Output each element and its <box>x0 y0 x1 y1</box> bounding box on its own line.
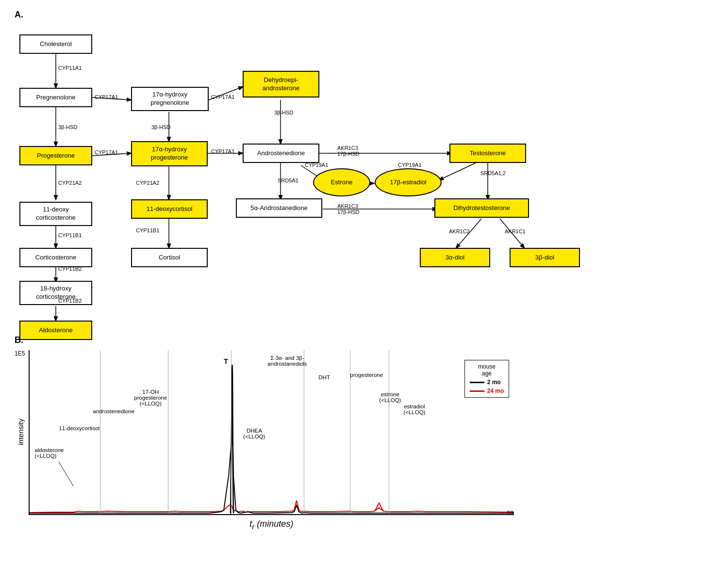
chromatogram-chart: 20 aldosterone(<LLOQ) 11-deoxycortisol <box>29 350 514 515</box>
y-top-label: 1E5 <box>15 350 25 357</box>
vline-6 <box>389 350 389 514</box>
box-17b-estradiol: 17β-estradiol <box>375 168 442 196</box>
svg-line-19 <box>439 163 476 180</box>
enzyme-srd5a12: SRD5A1,2 <box>480 170 506 176</box>
enzyme-3bhsd-3: 3β-HSD <box>274 110 293 115</box>
legend-title: mouse age <box>470 363 504 377</box>
box-17oh-pregnenolone: 17α-hydroxy pregnenolone <box>131 87 209 111</box>
box-5a-androstanedione: 5α-Androstanedione <box>236 198 322 218</box>
box-estrone: Estrone <box>313 168 370 196</box>
legend-item-2mo: 2 mo <box>470 379 504 386</box>
annotation-estrone: estrone(<LLOQ) <box>379 391 401 403</box>
box-pregnenolone: Pregnenolone <box>19 88 92 107</box>
enzyme-akr1c2: AKR1C2 <box>449 228 470 234</box>
enzyme-srd5a1: SRD5A1 <box>278 178 298 183</box>
box-11deoxycorticosterone: 11-deoxy corticosterone <box>19 202 92 226</box>
vline-4 <box>304 350 304 514</box>
legend-item-24mo: 24 mo <box>470 388 504 394</box>
vline-2 <box>168 350 168 514</box>
annotation-17oh-prog: 17-OHprogesterone(<LLOQ) <box>134 389 167 406</box>
y-axis-label: intensity <box>17 359 25 504</box>
annotation-dht: DHT <box>318 374 330 380</box>
enzyme-cyp21a2-2: CYP21A2 <box>136 180 159 186</box>
annotation-progesterone: progesterone <box>350 372 383 378</box>
enzyme-cyp17a1-4: CYP17A1 <box>211 148 234 154</box>
chromatogram-svg: 20 <box>30 350 514 515</box>
enzyme-akr1c3-2: AKR1C3 17β-HSD <box>337 203 359 215</box>
svg-text:20: 20 <box>507 510 514 515</box>
enzyme-cyp11b1-1: CYP11B1 <box>58 232 82 238</box>
box-3b-diol: 3β-diol <box>510 248 580 267</box>
enzyme-cyp17a1-1: CYP17A1 <box>95 94 118 100</box>
enzyme-cyp19a1-2: CYP19A1 <box>398 162 421 168</box>
section-a-label: A. <box>15 10 713 20</box>
section-b: B. 1E5 intensity <box>15 335 713 531</box>
chart-legend: mouse age 2 mo 24 mo <box>464 360 510 398</box>
vline-3 <box>231 350 232 514</box>
pathway-diagram: Cholesterol Pregnenolone Progesterone 11… <box>15 25 713 325</box>
x-axis-label: tr (minutes) <box>29 519 514 531</box>
enzyme-cyp19a1-1: CYP19A1 <box>305 162 328 168</box>
section-b-label: B. <box>15 335 713 345</box>
enzyme-cyp21a2-1: CYP21A2 <box>58 180 82 186</box>
enzyme-cyp17a1-2: CYP17A1 <box>95 149 118 155</box>
annotation-11deoxycortisol: 11-deoxycortisol <box>59 425 99 431</box>
box-corticosterone: Corticosterone <box>19 248 92 267</box>
box-androstenedione: Androstenedione <box>243 144 319 163</box>
enzyme-cyp17a1-3: CYP17A1 <box>211 94 234 100</box>
box-dht: Dihydrotestosterone <box>434 198 529 218</box>
box-dhea: Dehydroepi- androsterone <box>243 71 319 97</box>
box-aldosterone: Aldosterone <box>19 321 92 340</box>
annotation-aldosterone: aldosterone(<LLOQ) <box>34 447 64 459</box>
vline-1 <box>100 350 100 514</box>
svg-line-24 <box>59 462 73 486</box>
annotation-androstanediols: Σ 3α- and 3β-androstanediols <box>267 355 307 367</box>
annotation-estradiol: estradiol(<LLOQ) <box>403 404 425 415</box>
enzyme-akr1c1: AKR1C1 <box>505 228 526 234</box>
enzyme-3bhsd-2: 3β-HSD <box>151 124 170 130</box>
annotation-dhea: DHEA(<LLOQ) <box>243 428 265 439</box>
annotation-T: T <box>224 357 228 365</box>
enzyme-cyp11b2-1: CYP11B2 <box>58 266 82 272</box>
box-progesterone: Progesterone <box>19 146 92 165</box>
enzyme-cyp11b1-2: CYP11B1 <box>136 227 159 233</box>
enzyme-cyp11a1: CYP11A1 <box>58 65 82 71</box>
box-cortisol: Cortisol <box>131 248 208 267</box>
box-17oh-progesterone: 17α-hydroxy progesterone <box>131 141 208 166</box>
box-cholesterol: Cholesterol <box>19 34 92 54</box>
enzyme-cyp11b2-2: CYP11B2 <box>58 298 82 304</box>
annotation-androstenedione: androstenedione <box>93 408 134 414</box>
enzyme-akr1c3-1: AKR1C3 17β-HSD <box>337 145 359 157</box>
box-11deoxycortisol: 11-deoxycortisol <box>131 199 208 219</box>
enzyme-3bhsd-1: 3β-HSD <box>58 124 77 130</box>
box-testosterone: Testosterone <box>449 144 526 163</box>
box-3a-diol: 3α-diol <box>420 248 490 267</box>
